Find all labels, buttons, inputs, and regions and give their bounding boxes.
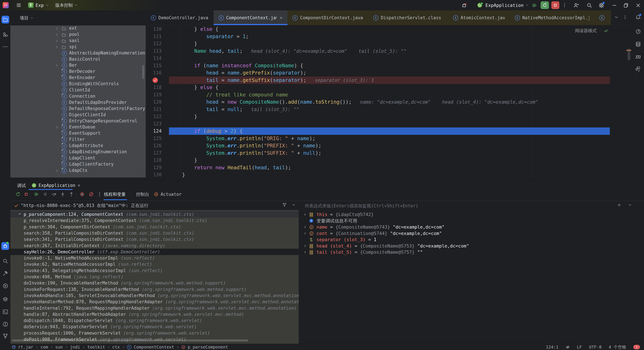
stack-frame[interactable]: doService:943, DispatcherServlet (org.sp… xyxy=(10,324,299,330)
breadcrumb-item[interactable]: jndi xyxy=(70,345,80,350)
breadcrumb-item[interactable]: toolkit xyxy=(87,345,105,350)
stack-frame[interactable]: invokeAndHandle:105, ServletInvocableHan… xyxy=(10,292,299,299)
tree-item-Filter[interactable]: CFilter xyxy=(10,137,146,143)
window-close-icon[interactable] xyxy=(635,2,641,8)
editor-tab-ComponentContext.java[interactable]: CComponentContext.java× xyxy=(214,10,288,25)
code-line-116[interactable]: head = name.getPrefix(separator); xyxy=(170,69,306,76)
project-panel-header[interactable]: 项目 xyxy=(10,10,146,25)
variable-row[interactable]: pname = {CompositeName@5743} "dc=example… xyxy=(302,224,644,230)
tool-endpoints-icon[interactable] xyxy=(2,296,8,302)
stack-frame[interactable]: handleInternal:792, RequestMappingHandle… xyxy=(10,305,299,311)
chevron-right-icon[interactable] xyxy=(304,232,307,235)
debugger-attach-icon[interactable]: × xyxy=(461,2,467,8)
ai-assistant-icon[interactable] xyxy=(635,28,641,34)
code-line-124[interactable]: if (debug > 2) { xyxy=(170,127,243,135)
editor-tab-DemoController.java[interactable]: CDemoController.java xyxy=(146,10,214,25)
tree-item-pool[interactable]: pool xyxy=(10,32,146,38)
breakpoint-icon[interactable] xyxy=(152,77,158,83)
indent-setting[interactable]: 4 个空格 xyxy=(609,344,626,350)
project-badge[interactable]: E xyxy=(28,2,34,8)
resume-icon[interactable] xyxy=(532,2,538,8)
tree-item-spi[interactable]: spi xyxy=(10,44,146,50)
chevron-right-icon[interactable] xyxy=(304,244,307,248)
debug-splitter[interactable] xyxy=(299,201,302,344)
tabs-chevron-down-icon[interactable] xyxy=(614,15,619,20)
debug-more-icon[interactable] xyxy=(97,192,102,197)
tree-item-DefaultResponseControlFactory[interactable]: CDefaultResponseControlFactory xyxy=(10,106,146,112)
thread-status-row[interactable]: "http-nio-8080-exec-5"@5,013 在组"main"中: … xyxy=(10,201,299,210)
variable-row[interactable]: 1001separator (slot_3) = 1 xyxy=(302,237,644,243)
maven-icon[interactable]: m xyxy=(635,53,641,59)
reader-mode-label[interactable]: 阅读器模式 xyxy=(575,28,597,34)
code-line-130[interactable]: } xyxy=(170,171,185,178)
more-icon[interactable] xyxy=(562,2,567,8)
debug-resume-icon[interactable] xyxy=(34,192,39,197)
tool-project-button[interactable] xyxy=(2,16,9,23)
tool-git-icon[interactable] xyxy=(2,333,8,339)
debug-pause-icon[interactable] xyxy=(42,192,48,197)
stack-frame[interactable]: search:267, InitialDirContext (javax.nam… xyxy=(10,243,299,249)
tree-item-BasicControl[interactable]: CBasicControl xyxy=(10,56,146,63)
tree-item-AbstractLdapNamingEnumeration[interactable]: CAbstractLdapNamingEnumeration xyxy=(10,50,146,56)
line-number[interactable]: 122 xyxy=(146,113,162,120)
variable-row[interactable]: pcont = {Continuation@5744} "dc=example,… xyxy=(302,230,644,237)
project-selector[interactable]: Exp xyxy=(36,0,49,10)
step-over-icon[interactable] xyxy=(51,192,57,197)
project-tree[interactable]: extpoolsaslspiCAbstractLdapNamingEnumera… xyxy=(10,25,146,178)
database-icon[interactable] xyxy=(635,41,641,47)
debug-tab-console[interactable]: 控制台 xyxy=(136,191,149,198)
stack-frame[interactable]: doDispatch:1040, DispatcherServlet (org.… xyxy=(10,317,299,324)
editor-tab-AtomicContext.java[interactable]: CAtomicContext.java xyxy=(448,10,510,25)
stack-frame[interactable]: doInvoke:190, InvocableHandlerMethod (or… xyxy=(10,280,299,286)
line-number[interactable]: 116 xyxy=(146,69,162,76)
variable-row[interactable]: head (slot_4) = {CompositeName@5753} "dc… xyxy=(302,243,644,249)
stack-frame[interactable]: p_resolveIntermediate:375, ComponentCont… xyxy=(10,217,299,224)
tree-item-DigestClientId[interactable]: CDigestClientId xyxy=(10,112,146,118)
line-number[interactable]: 129 xyxy=(146,164,162,171)
more-tools-icon[interactable] xyxy=(2,44,8,49)
code-line-115[interactable]: if (name instanceof CompositeName) { xyxy=(170,62,303,69)
line-number[interactable]: 118 xyxy=(146,84,162,91)
tree-item-EventQueue[interactable]: CEventQueue xyxy=(10,124,146,130)
chevron-right-icon[interactable] xyxy=(304,213,307,216)
line-number[interactable]: 110 xyxy=(146,25,162,33)
debug-tab-threads[interactable]: 线程和变量 xyxy=(104,191,126,198)
code-line-119[interactable]: // treat like compound name xyxy=(170,91,288,98)
editor[interactable]: 110 } else {111 separator = 1;112 }113 N… xyxy=(146,25,632,178)
stack-frame[interactable]: invoke:498, Method (java.lang.reflect) xyxy=(10,274,299,280)
editor-tab-partial[interactable]: C xyxy=(594,10,611,25)
tree-item-EntryChangeResponseControl[interactable]: CEntryChangeResponseControl xyxy=(10,118,146,124)
line-number[interactable]: 115 xyxy=(146,62,162,69)
stack-frame[interactable]: p_parseComponent:124, ComponentContext (… xyxy=(10,211,299,218)
code-line-129[interactable]: return new HeadTail(head, tail); xyxy=(170,164,291,171)
tree-item-Ber[interactable]: CBer xyxy=(10,62,146,69)
tool-services-icon[interactable] xyxy=(2,283,8,289)
stack-frame[interactable]: handle:87, AbstractHandlerMethodAdapter … xyxy=(10,311,299,318)
debug-stop-icon[interactable] xyxy=(24,192,29,197)
tab-close-icon[interactable]: × xyxy=(280,15,282,20)
editor-tab-DispatcherServlet.class[interactable]: CDispatcherServlet.class xyxy=(368,10,448,25)
vcs-selector[interactable]: 版本控制 xyxy=(55,0,78,10)
editor-tab-NativeMethodAccessorImpl.java[interactable]: CNativeMethodAccessorImpl.java xyxy=(510,10,594,25)
chevron-right-icon[interactable] xyxy=(55,169,59,172)
tree-item-LdapClientFactory[interactable]: CLdapClientFactory xyxy=(10,161,146,168)
tree-item-BerDecoder[interactable]: CBerDecoder xyxy=(10,69,146,75)
line-number[interactable]: 123 xyxy=(146,120,162,128)
line-number[interactable]: 120 xyxy=(146,98,162,106)
tree-item-sasl[interactable]: sasl xyxy=(10,38,146,44)
mute-breakpoints-icon[interactable] xyxy=(88,192,94,197)
line-number[interactable]: 111 xyxy=(146,33,162,40)
code-line-126[interactable]: System.err.println("PREFIX: " + name); xyxy=(170,142,321,149)
code-line-117[interactable]: tail = name.getSuffix(separator); separa… xyxy=(170,76,374,84)
rerun-debug-button[interactable] xyxy=(540,1,549,9)
editor-tab-ComponentDirContext.java[interactable]: CComponentDirContext.java xyxy=(288,10,368,25)
breadcrumb-item[interactable]: ComponentContext xyxy=(134,345,174,350)
view-breakpoints-icon[interactable] xyxy=(80,192,85,197)
tool-debug-button[interactable] xyxy=(1,242,9,250)
tool-search-icon[interactable] xyxy=(2,258,8,264)
tree-item-BerEncoder[interactable]: CBerEncoder xyxy=(10,75,146,81)
threads-chevron-icon[interactable] xyxy=(292,203,296,207)
code-line-118[interactable]: } else { xyxy=(170,84,218,91)
window-minimize-icon[interactable] xyxy=(612,2,617,8)
stack-frame[interactable]: invoke:43, DelegatingMethodAccessorImpl … xyxy=(10,268,299,274)
